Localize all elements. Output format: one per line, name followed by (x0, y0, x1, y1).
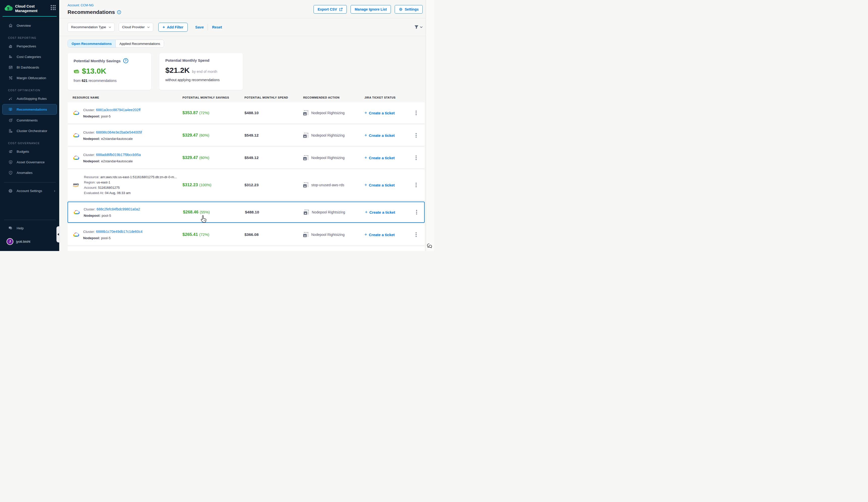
aws-logo: aws (73, 182, 80, 188)
create-ticket-link[interactable]: +Create a ticket (364, 232, 414, 237)
main-content: Account: CCM-NG Recommendations Export C… (59, 0, 434, 251)
cluster-link[interactable]: 68898c064e3e2ba0e544005f (96, 130, 142, 134)
gear-icon (8, 188, 13, 193)
create-ticket-link[interactable]: +Create a ticket (364, 133, 414, 138)
sidebar-item-perspectives[interactable]: Perspectives (0, 41, 59, 51)
recommendations-table: RESOURCE NAME POTENTIAL MONTHLY SAVINGS … (68, 94, 425, 251)
ccm-cloud-dollar-logo-icon: $ (4, 4, 13, 11)
module-switcher-grid-icon[interactable] (51, 5, 56, 11)
sidebar-divider-2 (4, 220, 56, 220)
sidebar-item-account-settings[interactable]: Account Settings › (0, 186, 59, 196)
sidebar-item-autostopping-rules[interactable]: AutoStopping Rules (0, 93, 59, 104)
sidebar-item-bi-dashboards[interactable]: BI Dashboards (0, 62, 59, 73)
sidebar-collapse-handle[interactable] (56, 226, 60, 242)
percent-arrow-icon (8, 76, 13, 80)
col-jira-ticket-status: JIRA TICKET STATUS (364, 96, 414, 99)
help-circle-icon[interactable]: ? (123, 58, 128, 63)
row-menu-kebab[interactable] (414, 183, 418, 187)
svg-text:?: ? (10, 227, 11, 229)
autostopping-icon (8, 96, 13, 101)
export-csv-button[interactable]: Export CSV (313, 5, 347, 14)
tab-applied-recommendations[interactable]: Applied Recommendations (115, 40, 164, 48)
sidebar-item-cost-categories[interactable]: Cost Categories (0, 51, 59, 62)
user-avatar: J (7, 238, 13, 245)
table-row[interactable]: Cluster: 6881a3ccc887941a4ee202ff Nodepo… (68, 102, 425, 124)
sidebar-item-asset-governance[interactable]: $ Asset Governance (0, 157, 59, 167)
table-row[interactable]: Cluster: 68898c064e3e2ba0e544005f Nodepo… (68, 125, 425, 146)
savings-cell: $329.47(60%) (183, 155, 245, 160)
resource-arn: arn:aws:rds:us-east-1:511616801275:db:zn… (100, 175, 177, 179)
row-menu-kebab[interactable] (414, 232, 418, 237)
sidebar-item-help[interactable]: ? Help (0, 223, 59, 233)
table-row-selected[interactable]: Cluster: 688c2fefc84fbdc99801a0a2 Nodepo… (68, 202, 425, 223)
create-ticket-link[interactable]: +Create a ticket (364, 111, 414, 116)
collapse-arrow-icon (58, 233, 59, 236)
sidebar-item-anomalies[interactable]: Anomalies (0, 167, 59, 178)
support-chat-icon[interactable] (427, 243, 433, 249)
cluster-link[interactable]: 688c2fefc84fbdc99801a0a2 (96, 207, 140, 211)
user-menu[interactable]: J jyoti.bisht (0, 236, 59, 248)
savings-cell: $265.41(72%) (183, 232, 245, 237)
create-ticket-link[interactable]: +Create a ticket (364, 182, 414, 188)
savings-cell: $353.87(72%) (183, 111, 245, 115)
reset-filter-link[interactable]: Reset (212, 25, 222, 29)
cluster-link[interactable]: 688add6fb019b17f9bccb95a (96, 153, 141, 157)
svg-text:$: $ (10, 161, 11, 163)
add-filter-button[interactable]: + Add Filter (158, 23, 188, 32)
col-resource-name: RESOURCE NAME (68, 96, 183, 99)
stop-resource-icon (303, 182, 308, 188)
create-ticket-link[interactable]: +Create a ticket (364, 155, 414, 160)
row-menu-kebab[interactable] (414, 156, 418, 160)
table-row[interactable]: Cluster: 688add6fb019b17f9bccb95a Nodepo… (68, 147, 425, 168)
gcp-logo (73, 155, 79, 160)
chevron-down-icon (420, 26, 423, 28)
action-cell: Nodepool Rightsizing (303, 133, 364, 138)
col-recommended-action: RECOMMENDED ACTION (303, 96, 364, 99)
row-menu-kebab[interactable] (414, 111, 418, 115)
savings-cell: $312.23(100%) (183, 182, 245, 188)
home-icon (8, 23, 13, 28)
sidebar-item-commitments[interactable]: Commitments (0, 115, 59, 125)
filter-bar: Recommendation Type Cloud Provider + Add… (59, 18, 434, 36)
account-breadcrumb-link[interactable]: Account: CCM-NG (68, 3, 94, 7)
sidebar-item-budgets[interactable]: $ Budgets (0, 146, 59, 157)
sidebar-item-margin-obfuscation[interactable]: Margin Obfuscation (0, 73, 59, 83)
sidebar-item-overview[interactable]: Overview (0, 20, 59, 31)
rightsizing-icon (304, 210, 309, 215)
gcp-logo (73, 111, 79, 116)
cloud-provider-dropdown[interactable]: Cloud Provider (119, 23, 153, 32)
tab-open-recommendations[interactable]: Open Recommendations (68, 40, 115, 48)
money-bills-icon: $ (74, 69, 80, 74)
table-row[interactable]: Cluster: 6888b1c70e49db17c1de60c4 Nodepo… (68, 224, 425, 245)
filter-panel-toggle[interactable] (414, 25, 423, 29)
cluster-link[interactable]: 6888b1c70e49db17c1de60c4 (96, 230, 143, 233)
module-header: $ Cloud Cost Management (0, 0, 59, 16)
row-menu-kebab[interactable] (414, 210, 419, 215)
settings-button[interactable]: Settings (395, 5, 423, 14)
sidebar-item-cluster-orchestrator[interactable]: Cluster Orchestrator (0, 125, 59, 136)
info-icon[interactable] (117, 10, 121, 14)
rightsizing-icon (303, 111, 308, 115)
row-menu-kebab[interactable] (414, 133, 418, 138)
save-filter-link[interactable]: Save (195, 25, 204, 29)
create-ticket-link[interactable]: +Create a ticket (365, 210, 414, 215)
sidebar-item-recommendations[interactable]: Recommendations (2, 104, 57, 114)
cluster-link[interactable]: 6881a3ccc887941a4ee202ff (96, 108, 141, 112)
manage-ignore-list-button[interactable]: Manage Ignore List (351, 5, 391, 14)
help-chat-icon: ? (8, 226, 13, 230)
shield-alert-icon (8, 170, 13, 175)
plus-icon: + (364, 111, 367, 116)
piggy-bank-icon: $ (8, 149, 13, 154)
sidebar: $ Cloud Cost Management Overview COST RE… (0, 0, 59, 251)
col-potential-monthly-savings: POTENTIAL MONTHLY SAVINGS (183, 96, 245, 99)
user-name: jyoti.bisht (16, 240, 30, 243)
table-row[interactable]: aws Resource: arn:aws:rds:us-east-1:5116… (68, 170, 425, 200)
recommendation-count: 621 (82, 79, 87, 83)
spend-cell: $366.08 (245, 232, 303, 237)
recommendation-type-dropdown[interactable]: Recommendation Type (68, 23, 115, 32)
right-gutter (426, 0, 434, 251)
recommendation-tabs: Open Recommendations Applied Recommendat… (68, 40, 164, 48)
sidebar-divider (4, 182, 56, 182)
table-row[interactable]: Cluster: 6886e92f59a48cad86b5b1c6 Nodepo… (68, 247, 425, 251)
recommendations-content: Open Recommendations Applied Recommendat… (59, 36, 434, 251)
